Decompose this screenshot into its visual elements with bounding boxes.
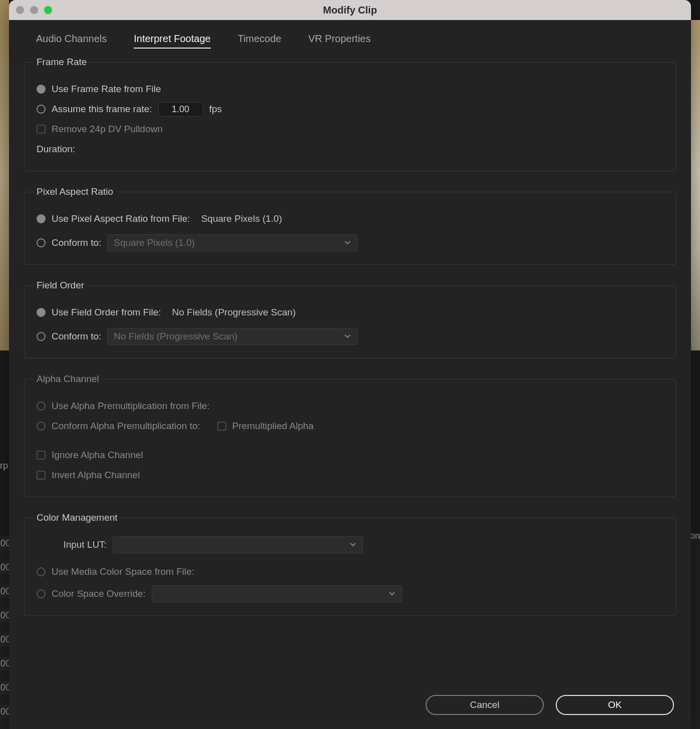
- premultiplied-label: Premultiplied Alpha: [232, 421, 314, 432]
- alpha-legend: Alpha Channel: [34, 374, 102, 385]
- tabs: Audio Channels Interpret Footage Timecod…: [24, 33, 676, 57]
- alpha-conform-label: Conform Alpha Premultiplication to:: [52, 421, 200, 432]
- dialog-buttons: Cancel OK: [24, 695, 676, 717]
- pixel-aspect-group: Pixel Aspect Ratio Use Pixel Aspect Rati…: [24, 186, 676, 265]
- ok-button[interactable]: OK: [556, 695, 674, 715]
- ignore-alpha-checkbox: [37, 451, 46, 460]
- invert-alpha-label: Invert Alpha Channel: [52, 470, 140, 481]
- par-conform-select[interactable]: Square Pixels (1.0): [107, 234, 358, 251]
- cancel-button[interactable]: Cancel: [426, 695, 544, 715]
- pixel-aspect-legend: Pixel Aspect Ratio: [34, 186, 116, 197]
- fieldorder-from-file-value: No Fields (Progressive Scan): [172, 307, 296, 318]
- frame-rate-group: Frame Rate Use Frame Rate from File Assu…: [24, 57, 676, 171]
- input-lut-label: Input LUT:: [37, 539, 107, 550]
- modify-clip-dialog: Modify Clip Audio Channels Interpret Foo…: [9, 0, 691, 729]
- fieldorder-conform-radio[interactable]: [37, 332, 46, 341]
- alpha-conform-radio: [37, 422, 46, 431]
- colorspace-override-label: Color Space Override:: [52, 588, 146, 599]
- chevron-down-icon: [344, 330, 351, 341]
- background-text-left: rp: [0, 461, 8, 471]
- titlebar: Modify Clip: [9, 0, 691, 20]
- field-order-group: Field Order Use Field Order from File: N…: [24, 280, 676, 358]
- par-from-file-value: Square Pixels (1.0): [201, 213, 282, 224]
- fieldorder-conform-label: Conform to:: [52, 331, 101, 342]
- color-management-group: Color Management Input LUT: Use Media Co…: [24, 512, 676, 616]
- fieldorder-conform-select[interactable]: No Fields (Progressive Scan): [107, 328, 358, 345]
- frame-rate-legend: Frame Rate: [34, 57, 90, 68]
- duration-label: Duration:: [37, 144, 75, 155]
- field-order-legend: Field Order: [34, 280, 87, 291]
- premultiplied-checkbox: [217, 422, 226, 431]
- window-title: Modify Clip: [9, 5, 691, 16]
- remove-pulldown-checkbox: [37, 125, 46, 134]
- traffic-lights: [16, 6, 52, 14]
- fieldorder-from-file-label: Use Field Order from File:: [52, 307, 161, 318]
- framerate-from-file-label: Use Frame Rate from File: [52, 84, 161, 95]
- framerate-assume-radio[interactable]: [37, 105, 46, 114]
- framerate-from-file-radio[interactable]: [37, 85, 46, 94]
- par-conform-radio[interactable]: [37, 238, 46, 247]
- framerate-assume-label: Assume this frame rate:: [52, 104, 152, 115]
- colorspace-from-file-radio: [37, 567, 46, 576]
- minimize-icon[interactable]: [30, 6, 38, 14]
- chevron-down-icon: [349, 539, 357, 550]
- tab-vr-properties[interactable]: VR Properties: [308, 33, 371, 49]
- chevron-down-icon: [344, 237, 351, 248]
- maximize-icon[interactable]: [44, 6, 52, 14]
- alpha-channel-group: Alpha Channel Use Alpha Premultiplicatio…: [24, 374, 676, 497]
- colorspace-override-select: [152, 585, 402, 602]
- tab-audio-channels[interactable]: Audio Channels: [36, 33, 107, 49]
- ignore-alpha-label: Ignore Alpha Channel: [52, 450, 143, 461]
- dialog-content: Audio Channels Interpret Footage Timecod…: [9, 20, 691, 729]
- background-strip-left: [0, 0, 9, 350]
- par-conform-value: Square Pixels (1.0): [114, 237, 195, 248]
- fps-label: fps: [209, 104, 222, 115]
- remove-pulldown-label: Remove 24p DV Pulldown: [52, 124, 163, 135]
- background-strip-right: [691, 20, 700, 401]
- background-text-right: on: [690, 531, 700, 541]
- alpha-from-file-radio: [37, 402, 46, 411]
- framerate-value-input[interactable]: [158, 102, 203, 117]
- tab-timecode[interactable]: Timecode: [238, 33, 281, 49]
- color-management-legend: Color Management: [34, 512, 121, 523]
- colorspace-override-radio: [37, 589, 46, 598]
- invert-alpha-checkbox: [37, 471, 46, 480]
- input-lut-select[interactable]: [113, 536, 363, 553]
- par-from-file-radio[interactable]: [37, 214, 46, 223]
- chevron-down-icon: [389, 588, 396, 599]
- fieldorder-from-file-radio[interactable]: [37, 308, 46, 317]
- colorspace-from-file-label: Use Media Color Space from File:: [52, 566, 194, 577]
- close-icon[interactable]: [16, 6, 24, 14]
- fieldorder-conform-value: No Fields (Progressive Scan): [114, 331, 237, 342]
- tab-interpret-footage[interactable]: Interpret Footage: [134, 33, 210, 49]
- par-conform-label: Conform to:: [52, 237, 101, 248]
- par-from-file-label: Use Pixel Aspect Ratio from File:: [52, 213, 190, 224]
- alpha-from-file-label: Use Alpha Premultiplication from File:: [52, 401, 210, 412]
